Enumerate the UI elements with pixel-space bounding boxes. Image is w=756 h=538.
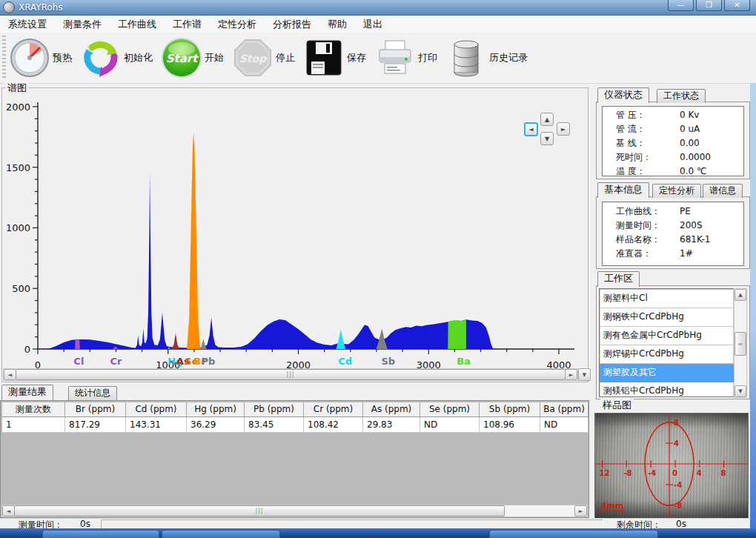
- tab-results[interactable]: 测量结果: [1, 385, 53, 400]
- toolbar-button-0[interactable]: 预热: [8, 36, 75, 79]
- status-bar: 测量时间： 0s 剩余时间： 0s: [0, 518, 756, 529]
- workspace-item-1[interactable]: 测钢铁中CrCdPbHg: [600, 308, 734, 327]
- instrument-field-label-3: 死时间：: [616, 150, 674, 165]
- taskbar-button[interactable]: [42, 530, 159, 538]
- svg-text:12: 12: [600, 469, 610, 477]
- sample-image-title: 样品图: [600, 399, 634, 412]
- menu-item-4[interactable]: 定性分析: [210, 16, 265, 33]
- toolbar-button-3[interactable]: Stop停止: [231, 36, 298, 79]
- tab-basic-info[interactable]: 基本信息: [597, 182, 649, 198]
- spectrum-panel-title: 谱图: [5, 82, 29, 95]
- workspace-panel: 测塑料中Cl测钢铁中CrCdPbHg测有色金属中CrCdPbHg测焊锡中CrCd…: [596, 285, 750, 399]
- results-scroll-right-button[interactable]: ►: [574, 505, 587, 517]
- workspace-item-4[interactable]: 测塑胶及其它: [600, 364, 734, 382]
- results-cell-0-1: 817.29: [65, 417, 126, 433]
- pan-right-button[interactable]: ►: [557, 122, 570, 136]
- basic-info-field-label-0: 工作曲线：: [616, 205, 674, 219]
- results-cell-0-6: 29.83: [363, 417, 420, 433]
- svg-text:0: 0: [672, 469, 677, 477]
- tab-instrument-status[interactable]: 仪器状态: [597, 87, 649, 103]
- instrument-field-value-3: 0.0000: [680, 150, 711, 165]
- results-row-0[interactable]: 1817.29143.3136.2983.45108.4229.83ND108.…: [2, 417, 588, 433]
- workspace-item-5[interactable]: 测镁铝中CrCdPbHg: [600, 382, 734, 397]
- instrument-field-row-4: 温 度：0.0 ℃: [603, 165, 743, 179]
- results-scroll-left-button[interactable]: ◄: [2, 505, 15, 517]
- toolbar-button-5[interactable]: 打印: [374, 36, 440, 79]
- workspace-scroll-up-button[interactable]: ▲: [735, 289, 746, 301]
- svg-text:4: 4: [674, 439, 679, 448]
- results-scroll-thumb[interactable]: |||: [14, 505, 505, 517]
- pan-down-button[interactable]: ▼: [540, 132, 554, 145]
- toolbar-label-0: 预热: [53, 51, 72, 64]
- tab-work-status[interactable]: 工作状态: [657, 89, 706, 103]
- results-header-7: Se (ppm): [420, 402, 480, 417]
- svg-text:4000: 4000: [546, 359, 571, 368]
- tab-workspace[interactable]: 工作区: [597, 271, 640, 287]
- toolbar-button-2[interactable]: Start开始: [160, 36, 227, 79]
- chart-scroll-right-button[interactable]: ►: [565, 369, 577, 380]
- history-icon: [445, 36, 488, 79]
- tab-spectrum-info[interactable]: 谱信息: [703, 184, 743, 198]
- pan-up-button[interactable]: ▲: [540, 113, 554, 126]
- svg-text:Cd: Cd: [338, 356, 352, 367]
- svg-text:8: 8: [721, 469, 726, 477]
- tab-qualitative[interactable]: 定性分析: [652, 184, 701, 198]
- results-cell-0-7: ND: [420, 417, 480, 433]
- toolbar-grip: [2, 36, 6, 80]
- instrument-status-fields: 管 压：0 Kv管 流：0 uA基 线：0.00死时间：0.0000温 度：0.…: [602, 106, 744, 176]
- menu-item-5[interactable]: 分析报告: [265, 16, 319, 33]
- workspace-scroll-thumb[interactable]: ≡: [735, 332, 746, 356]
- menu-item-7[interactable]: 退出: [355, 16, 391, 33]
- menu-item-2[interactable]: 工作曲线: [110, 16, 165, 33]
- workspace-scrollbar[interactable]: ▲ ≡ ▼: [734, 288, 747, 398]
- instrument-field-label-0: 管 压：: [616, 108, 674, 122]
- taskbar-button[interactable]: [489, 530, 658, 538]
- toolbar-label-6: 历史记录: [489, 51, 528, 64]
- close-button[interactable]: ✕: [724, 0, 750, 11]
- toolbar-button-6[interactable]: 历史记录: [445, 36, 531, 79]
- menu-item-0[interactable]: 系统设置: [0, 16, 55, 33]
- svg-text:4: 4: [697, 469, 702, 477]
- toolbar-button-4[interactable]: 保存: [302, 36, 369, 79]
- instrument-field-label-1: 管 流：: [616, 122, 674, 136]
- menu-item-3[interactable]: 工作谱: [165, 16, 210, 33]
- workspace-item-0[interactable]: 测塑料中Cl: [600, 289, 734, 308]
- taskbar-button[interactable]: [162, 530, 280, 538]
- print-icon: [374, 36, 417, 79]
- chart-scroll-thumb[interactable]: |||: [16, 369, 566, 380]
- chart-scroll-left-button[interactable]: ◄: [4, 369, 16, 380]
- series-As-region: [172, 333, 180, 349]
- svg-text:2000: 2000: [6, 102, 30, 113]
- menu-item-6[interactable]: 帮助: [319, 16, 355, 33]
- results-cell-0-2: 143.31: [126, 417, 187, 433]
- workspace-scroll-down-button[interactable]: ▼: [735, 385, 746, 397]
- results-header-3: Hg (ppm): [187, 402, 245, 417]
- toolbar-label-2: 开始: [205, 51, 224, 64]
- window-right-border: [750, 83, 756, 528]
- minimize-button[interactable]: —: [668, 0, 694, 11]
- basic-info-field-label-1: 测量时间：: [616, 219, 674, 233]
- workspace-list: 测塑料中Cl测钢铁中CrCdPbHg测有色金属中CrCdPbHg测焊锡中CrCd…: [599, 288, 735, 397]
- workspace-item-2[interactable]: 测有色金属中CrCdPbHg: [600, 327, 734, 345]
- spectrum-chart: 050010001500200001000200030004000ClCrHgA…: [2, 88, 588, 368]
- svg-text:1500: 1500: [6, 162, 30, 173]
- chart-h-scrollbar[interactable]: ◄ ||| ►: [3, 368, 578, 381]
- remain-time-value: 0s: [676, 519, 686, 529]
- results-h-scrollbar[interactable]: ◄ ||| ►: [1, 505, 588, 517]
- toolbar-button-1[interactable]: 初始化: [79, 36, 156, 79]
- workspace-item-3[interactable]: 测焊锡中CrCdPbHg: [600, 345, 734, 364]
- menu-item-1[interactable]: 测量条件: [55, 16, 110, 33]
- title-bar: XRAYRohs — ❐ ✕: [0, 0, 756, 16]
- results-header-5: Cr (ppm): [304, 402, 363, 417]
- tab-statistics[interactable]: 统计信息: [68, 386, 117, 400]
- results-header-8: Sb (ppm): [480, 402, 540, 417]
- basic-info-field-row-0: 工作曲线：PE: [603, 205, 743, 219]
- pan-left-button[interactable]: ◄: [524, 122, 538, 136]
- toolbar: 预热初始化Start开始Stop停止保存打印历史记录: [0, 33, 756, 84]
- chart-scroll-down-button[interactable]: ▼: [578, 368, 591, 381]
- svg-text:-4: -4: [674, 481, 682, 489]
- maximize-button[interactable]: ❐: [696, 0, 722, 11]
- sample-reticle: 12-8-404884-4-84mm: [595, 414, 748, 519]
- basic-info-field-label-3: 准直器：: [616, 247, 674, 261]
- svg-text:0: 0: [24, 344, 30, 355]
